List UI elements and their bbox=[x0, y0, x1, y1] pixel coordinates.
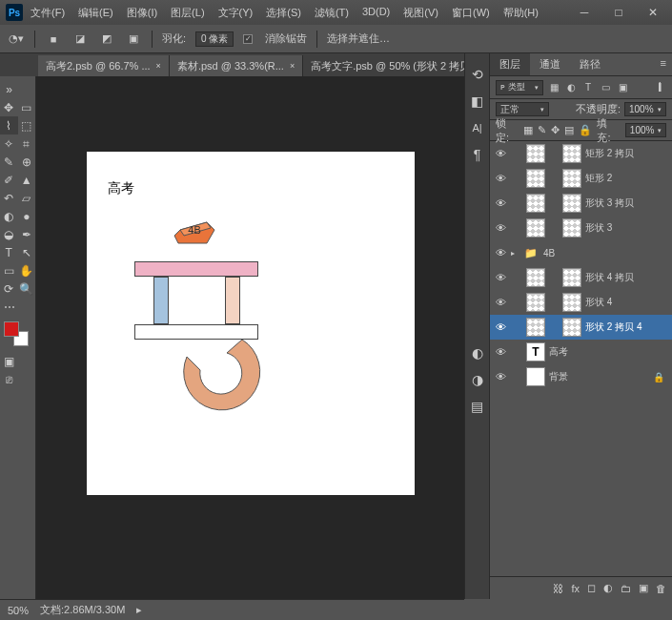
brushes-icon[interactable]: ▤ bbox=[465, 393, 489, 420]
layer-row[interactable]: 👁形状 3 拷贝 bbox=[490, 191, 672, 216]
layer-thumb[interactable] bbox=[526, 318, 545, 337]
lock-all-icon[interactable]: 🔒 bbox=[579, 124, 592, 136]
tab-doc2[interactable]: 素材.psd @ 33.3%(R...× bbox=[170, 55, 303, 76]
menu-image[interactable]: 图像(I) bbox=[127, 6, 157, 20]
mask-thumb[interactable] bbox=[562, 293, 581, 312]
shape-tool[interactable]: ▭ bbox=[0, 261, 18, 279]
subtract-selection-icon[interactable]: ◩ bbox=[98, 31, 115, 48]
menu-select[interactable]: 选择(S) bbox=[266, 6, 301, 20]
layer-name[interactable]: 形状 4 bbox=[585, 296, 668, 309]
select-mask-button[interactable]: 选择并遮住… bbox=[327, 31, 390, 46]
blur-tool[interactable]: ● bbox=[18, 207, 36, 225]
layer-thumb[interactable] bbox=[526, 218, 545, 238]
layer-name[interactable]: 形状 3 拷贝 bbox=[585, 196, 668, 210]
status-arrow-icon[interactable]: ▸ bbox=[136, 604, 142, 616]
new-layer-icon[interactable]: ▣ bbox=[639, 582, 648, 594]
layer-thumb[interactable] bbox=[526, 144, 545, 163]
history-brush-tool[interactable]: ↶ bbox=[0, 189, 18, 207]
paragraph-panel-icon[interactable]: ¶ bbox=[465, 141, 489, 168]
layer-name[interactable]: 形状 2 拷贝 4 bbox=[585, 320, 668, 334]
wand-tool[interactable]: ✧ bbox=[0, 134, 18, 153]
menu-view[interactable]: 视图(V) bbox=[403, 6, 438, 20]
visibility-icon[interactable]: 👁 bbox=[494, 346, 507, 358]
layer-name[interactable]: 矩形 2 bbox=[585, 172, 668, 185]
close-button[interactable]: ✕ bbox=[640, 4, 666, 21]
hand-tool[interactable]: ✋ bbox=[18, 261, 36, 279]
mask-thumb[interactable] bbox=[562, 144, 581, 163]
layer-row[interactable]: 👁形状 3 bbox=[490, 216, 672, 240]
visibility-icon[interactable]: 👁 bbox=[494, 148, 507, 159]
lock-artboard-icon[interactable]: ▤ bbox=[564, 124, 574, 136]
filter-smart-icon[interactable]: ▣ bbox=[616, 81, 629, 94]
tab-channels[interactable]: 通道 bbox=[530, 53, 570, 75]
maximize-button[interactable]: □ bbox=[605, 4, 632, 21]
expand-icon[interactable]: ▸ bbox=[511, 249, 520, 258]
layer-name[interactable]: 形状 4 拷贝 bbox=[585, 271, 668, 284]
color-panel-icon[interactable]: ◧ bbox=[465, 88, 489, 114]
mask-thumb[interactable] bbox=[562, 218, 581, 238]
layer-name[interactable]: 形状 3 bbox=[585, 221, 668, 235]
heal-tool[interactable]: ⊕ bbox=[18, 153, 36, 171]
gradient-tool[interactable]: ◐ bbox=[0, 207, 18, 225]
group-icon[interactable]: 🗀 bbox=[621, 583, 631, 594]
edit-toolbar[interactable]: ⋯ bbox=[0, 298, 18, 316]
document-canvas[interactable]: 高考 4B bbox=[87, 152, 415, 495]
blend-mode-select[interactable]: 正常 bbox=[496, 102, 549, 116]
layer-thumb[interactable] bbox=[526, 268, 545, 287]
rotate-tool[interactable]: ⟳ bbox=[0, 279, 18, 298]
layer-row[interactable]: 👁形状 4 bbox=[490, 290, 672, 315]
filter-toggle-icon[interactable]: ⏽ bbox=[653, 81, 666, 94]
layer-row[interactable]: 👁形状 4 拷贝 bbox=[490, 265, 672, 290]
screenmode-tool[interactable]: ⎚ bbox=[0, 370, 18, 388]
move-tool[interactable]: ✥ bbox=[0, 98, 18, 116]
layer-row[interactable]: 👁矩形 2 拷贝 bbox=[490, 141, 672, 166]
layer-name[interactable]: 高考 bbox=[549, 345, 668, 359]
layer-style-icon[interactable]: fx bbox=[571, 583, 580, 594]
dodge-tool[interactable]: ◒ bbox=[0, 225, 18, 243]
history-panel-icon[interactable]: ⟲ bbox=[465, 61, 489, 88]
tab-layers[interactable]: 图层 bbox=[490, 53, 530, 75]
collapse-icon[interactable]: » bbox=[0, 80, 18, 98]
artboard-tool[interactable]: ▭ bbox=[18, 98, 36, 116]
color-swatch[interactable] bbox=[4, 321, 29, 346]
mask-thumb[interactable] bbox=[562, 268, 581, 287]
link-layers-icon[interactable]: ⛓ bbox=[553, 583, 563, 594]
menu-3d[interactable]: 3D(D) bbox=[362, 6, 390, 20]
visibility-icon[interactable]: 👁 bbox=[494, 297, 507, 308]
adjustment-layer-icon[interactable]: ◐ bbox=[603, 582, 613, 594]
minimize-button[interactable]: ─ bbox=[571, 4, 598, 21]
menu-file[interactable]: 文件(F) bbox=[31, 6, 65, 20]
feather-input[interactable]: 0 像素 bbox=[195, 31, 234, 47]
menu-type[interactable]: 文字(Y) bbox=[218, 6, 254, 20]
tab-paths[interactable]: 路径 bbox=[570, 53, 610, 75]
delete-layer-icon[interactable]: 🗑 bbox=[656, 583, 666, 594]
layer-row-selected[interactable]: 👁形状 2 拷贝 4 bbox=[490, 315, 672, 340]
fill-input[interactable]: 100% bbox=[625, 123, 666, 137]
lock-trans-icon[interactable]: ▦ bbox=[523, 124, 533, 136]
visibility-icon[interactable]: 👁 bbox=[494, 247, 507, 258]
mask-thumb[interactable] bbox=[562, 318, 581, 337]
pen-tool[interactable]: ✒ bbox=[18, 225, 36, 243]
canvas-area[interactable]: 高考 4B bbox=[36, 76, 464, 599]
new-selection-icon[interactable]: ■ bbox=[45, 31, 62, 48]
layer-row[interactable]: 👁背景🔒 bbox=[490, 364, 672, 389]
menu-filter[interactable]: 滤镜(T) bbox=[315, 6, 349, 20]
brush-tool[interactable]: ✐ bbox=[0, 171, 18, 189]
mask-thumb[interactable] bbox=[562, 194, 581, 213]
layer-row[interactable]: 👁▸📁4B bbox=[490, 240, 672, 265]
menu-help[interactable]: 帮助(H) bbox=[503, 6, 539, 20]
menu-window[interactable]: 窗口(W) bbox=[452, 6, 490, 20]
filter-pixel-icon[interactable]: ▦ bbox=[547, 81, 560, 94]
visibility-icon[interactable]: 👁 bbox=[494, 222, 507, 234]
zoom-tool[interactable]: 🔍 bbox=[18, 279, 36, 298]
doc-size[interactable]: 文档:2.86M/3.30M bbox=[40, 603, 125, 617]
menu-edit[interactable]: 编辑(E) bbox=[78, 6, 113, 20]
intersect-selection-icon[interactable]: ▣ bbox=[125, 31, 142, 48]
layer-thumb[interactable] bbox=[526, 194, 545, 213]
layer-thumb[interactable] bbox=[526, 367, 545, 386]
foreground-color[interactable] bbox=[4, 321, 19, 337]
filter-kind-select[interactable]: ᴘ 类型 bbox=[496, 80, 543, 95]
eraser-tool[interactable]: ▱ bbox=[18, 189, 36, 207]
layer-name[interactable]: 背景 bbox=[549, 370, 649, 383]
stamp-tool[interactable]: ▲ bbox=[18, 171, 36, 189]
